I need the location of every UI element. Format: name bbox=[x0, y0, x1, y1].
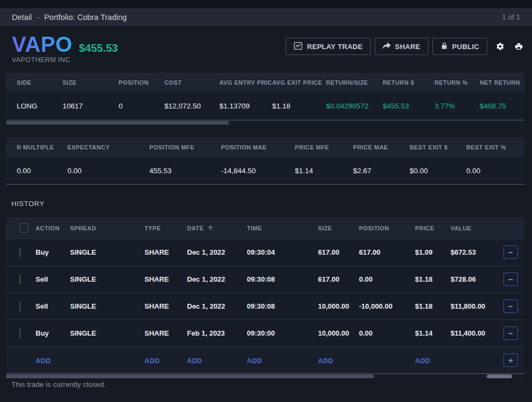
symbol-block: VAPO $455.53 VAPOTHERM INC bbox=[12, 33, 118, 64]
breadcrumb-portfolio[interactable]: Portfolio: Cobra Trading bbox=[44, 13, 127, 22]
spread-value: SINGLE bbox=[70, 275, 144, 283]
row-checkbox[interactable] bbox=[19, 329, 20, 338]
side-value: LONG bbox=[17, 102, 63, 110]
unlock-icon bbox=[440, 42, 448, 51]
share-arrow-icon bbox=[383, 42, 391, 51]
price-mfe-value: $1.14 bbox=[295, 167, 353, 175]
col-cost: COST bbox=[164, 79, 219, 86]
col-action[interactable]: ACTION bbox=[36, 225, 70, 231]
public-button[interactable]: PUBLIC bbox=[432, 38, 487, 55]
gear-icon bbox=[496, 42, 505, 51]
position-value: 0.00 bbox=[359, 275, 415, 283]
return-dollars-value: $455.53 bbox=[383, 102, 434, 110]
price-value: $1.09 bbox=[415, 248, 451, 256]
type-value: SHARE bbox=[144, 329, 187, 337]
col-expectancy: EXPECTANCY bbox=[67, 144, 149, 151]
action-value: Sell bbox=[36, 275, 70, 283]
col-hist-position[interactable]: POSITION bbox=[359, 225, 415, 231]
col-value[interactable]: VALUE bbox=[451, 225, 503, 231]
breadcrumb-separator: - bbox=[37, 13, 39, 22]
col-price[interactable]: PRICE bbox=[415, 225, 451, 231]
col-avg-exit-price: AVG EXIT PRICE bbox=[272, 79, 326, 86]
remove-execution-button[interactable]: − bbox=[503, 326, 518, 340]
col-date[interactable]: DATE bbox=[187, 224, 247, 231]
printer-icon bbox=[514, 42, 523, 51]
add-type-link[interactable]: ADD bbox=[144, 357, 160, 365]
type-value: SHARE bbox=[144, 248, 187, 256]
price-value: $1.18 bbox=[415, 275, 451, 283]
size-value: 10,000.00 bbox=[318, 329, 359, 337]
row-checkbox[interactable] bbox=[19, 275, 20, 284]
time-value: 09:30:08 bbox=[247, 302, 318, 310]
history-table: ACTION SPREAD TYPE DATE TIME SIZE POSITI… bbox=[6, 217, 524, 373]
history-horizontal-scrollbar[interactable] bbox=[6, 373, 524, 378]
company-name: VAPOTHERM INC bbox=[12, 56, 118, 64]
top-bar: Detail - Portfolio: Cobra Trading 1 of 1 bbox=[0, 8, 532, 26]
r-multiple-value: 0.00 bbox=[17, 167, 67, 175]
breadcrumb-section[interactable]: Detail bbox=[12, 13, 32, 22]
print-button[interactable] bbox=[513, 41, 524, 52]
breadcrumb: Detail - Portfolio: Cobra Trading bbox=[12, 13, 127, 22]
replay-trade-label: REPLAY TRADE bbox=[307, 43, 362, 51]
trade-stats-row: 0.00 0.00 455.53 -14,844.50 $1.14 $2.67 … bbox=[6, 157, 524, 184]
value-value: $11,400.00 bbox=[451, 329, 503, 337]
ticker-symbol: VAPO bbox=[12, 33, 72, 56]
spread-value: SINGLE bbox=[70, 302, 144, 310]
history-row: Sell SINGLE SHARE Dec 1, 2022 09:30:08 1… bbox=[6, 292, 524, 319]
col-position-mfe: POSITION MFE bbox=[149, 144, 221, 151]
share-button[interactable]: SHARE bbox=[375, 38, 429, 55]
col-type[interactable]: TYPE bbox=[144, 225, 187, 231]
history-header: ACTION SPREAD TYPE DATE TIME SIZE POSITI… bbox=[6, 217, 524, 239]
add-execution-button[interactable]: + bbox=[503, 353, 518, 367]
replay-trade-button[interactable]: REPLAY TRADE bbox=[286, 38, 370, 55]
time-value: 09:30:00 bbox=[247, 329, 318, 337]
add-price-link[interactable]: ADD bbox=[415, 357, 430, 365]
avg-exit-price-value: $1.18 bbox=[272, 102, 326, 110]
pager-count: 1 of 1 bbox=[502, 13, 520, 21]
settings-button[interactable] bbox=[495, 41, 506, 52]
col-time[interactable]: TIME bbox=[247, 225, 318, 231]
row-checkbox[interactable] bbox=[19, 248, 20, 257]
best-exit-dollars-value: $0.00 bbox=[410, 167, 466, 175]
trade-detail-page: VAPO $455.53 VAPOTHERM INC REPLAY TRADE … bbox=[0, 26, 532, 402]
col-position-mae: POSITION MAE bbox=[221, 144, 295, 151]
row-checkbox[interactable] bbox=[19, 302, 20, 311]
trade-summary-row: LONG 10617 0 $12,072.50 $1.13709 $1.18 $… bbox=[6, 92, 524, 120]
remove-execution-button[interactable]: − bbox=[503, 272, 518, 286]
date-value: Dec 1, 2022 bbox=[187, 302, 247, 310]
scrollbar-thumb[interactable] bbox=[6, 121, 229, 125]
add-date-link[interactable]: ADD bbox=[187, 357, 202, 365]
col-date-label: DATE bbox=[187, 225, 204, 231]
col-net-return: NET RETURN bbox=[480, 79, 524, 86]
col-spread[interactable]: SPREAD bbox=[70, 225, 144, 231]
trade-stats-table: R MULTIPLE EXPECTANCY POSITION MFE POSIT… bbox=[6, 138, 524, 184]
return-size-value: $0.04290572 bbox=[326, 102, 383, 110]
position-mfe-value: 455.53 bbox=[149, 167, 221, 175]
cost-value: $12,072.50 bbox=[164, 102, 219, 110]
history-add-row: ADD ADD ADD ADD ADD ADD + bbox=[6, 346, 524, 373]
add-time-link[interactable]: ADD bbox=[247, 357, 262, 365]
expectancy-value: 0.00 bbox=[67, 167, 149, 175]
action-buttons: REPLAY TRADE SHARE PUBLIC bbox=[286, 38, 524, 55]
history-row: Buy SINGLE SHARE Dec 1, 2022 09:30:04 61… bbox=[6, 239, 524, 265]
col-hist-size[interactable]: SIZE bbox=[318, 225, 359, 231]
remove-execution-button[interactable]: − bbox=[503, 299, 518, 313]
add-action-link[interactable]: ADD bbox=[36, 357, 51, 365]
col-avg-entry-price: AVG ENTRY PRICE bbox=[219, 79, 272, 86]
public-label: PUBLIC bbox=[452, 43, 479, 51]
return-percent-value: 3.77% bbox=[434, 102, 480, 110]
avg-entry-price-value: $1.13709 bbox=[219, 102, 272, 110]
action-value: Buy bbox=[36, 329, 70, 337]
summary-horizontal-scrollbar[interactable] bbox=[6, 120, 524, 125]
remove-execution-button[interactable]: − bbox=[503, 246, 518, 259]
time-value: 09:30:04 bbox=[247, 248, 318, 256]
sort-ascending-icon bbox=[207, 224, 214, 231]
price-value: $1.18 bbox=[415, 302, 451, 310]
select-all-checkbox[interactable] bbox=[19, 223, 29, 233]
trade-summary-table: SIDE SIZE POSITION COST AVG ENTRY PRICE … bbox=[6, 73, 524, 120]
scrollbar-thumb[interactable] bbox=[6, 374, 374, 378]
date-value: Dec 1, 2022 bbox=[187, 275, 247, 283]
add-size-link[interactable]: ADD bbox=[318, 357, 333, 365]
col-side: SIDE bbox=[17, 79, 63, 86]
price-value: $1.14 bbox=[415, 329, 451, 337]
